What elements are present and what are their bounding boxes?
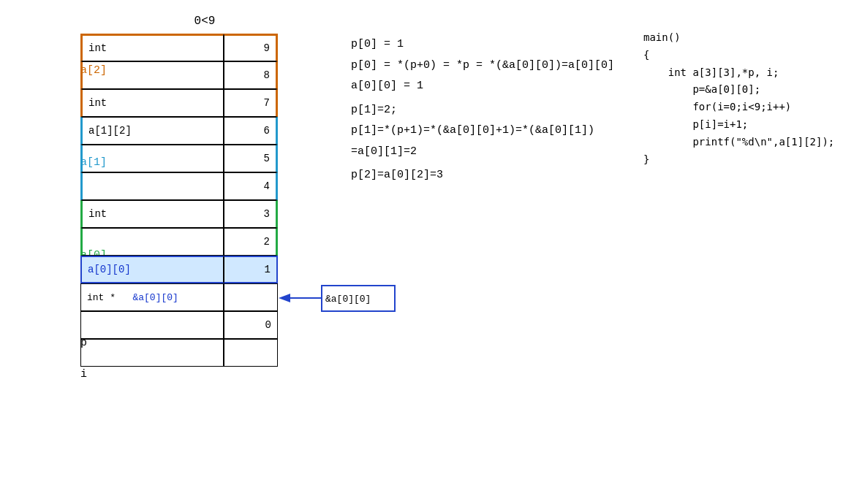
memory-section: 0<9 a[2] a[1] a[0] p i int 9 8 int: [15, 15, 322, 489]
cell-label: [80, 145, 224, 172]
cell-label: int: [80, 34, 224, 61]
table-row: int 3: [80, 200, 278, 228]
cell-label: [80, 61, 224, 89]
table-row-a00: a[0][0] 1: [80, 256, 278, 283]
code-section: main() { int a[3][3],*p, i; p=&a[0][0]; …: [629, 15, 847, 489]
side-label-i: i: [80, 368, 87, 381]
annotation-5: p[1]=*(p+1)=*(&a[0][0]+1)=*(&a[0][1]): [351, 123, 629, 140]
cell-value: 6: [224, 117, 278, 145]
memory-table: int 9 8 int 7 a[1][2] 6 5: [80, 34, 278, 367]
annotation-6: =a[0][1]=2: [351, 144, 629, 161]
cell-label: a[1][2]: [80, 117, 224, 145]
table-row: int 7: [80, 89, 278, 117]
cell-value-bottom: [224, 339, 278, 367]
cell-value: 5: [224, 145, 278, 172]
cell-value: 3: [224, 200, 278, 228]
condition-label: 0<9: [15, 15, 322, 28]
annotation-2: p[0] = *(p+0) = *p = *(&a[0][0])=a[0][0]: [351, 58, 629, 75]
cell-value-p: [224, 283, 278, 311]
annotation-1: p[0] = 1: [351, 37, 629, 53]
annotation-4: p[1]=2;: [351, 102, 629, 119]
annotation-3: a[0][0] = 1: [351, 78, 629, 95]
cell-label-bottom: [80, 339, 224, 367]
main-container: 0<9 a[2] a[1] a[0] p i int 9 8 int: [0, 0, 862, 504]
cell-label-i: [80, 311, 224, 339]
cell-label: int: [80, 200, 224, 228]
table-row-bottom: [80, 339, 278, 367]
cell-label: [80, 228, 224, 256]
annotations-section: p[0] = 1 p[0] = *(p+0) = *p = *(&a[0][0]…: [322, 15, 629, 489]
table-row-p: int * &a[0][0]: [80, 283, 278, 311]
cell-value: 9: [224, 34, 278, 61]
table-row-i: 0: [80, 311, 278, 339]
cell-value-i: 0: [224, 311, 278, 339]
table-row: 2: [80, 228, 278, 256]
annotation-7: p[2]=a[0][2]=3: [351, 167, 629, 184]
table-row: int 9: [80, 34, 278, 61]
pointer-sublabel: &a[0][0]: [132, 292, 178, 303]
table-row: 4: [80, 172, 278, 200]
cell-label-p: int * &a[0][0]: [80, 283, 224, 311]
cell-label: [80, 172, 224, 200]
memory-table-wrapper: a[2] a[1] a[0] p i int 9 8 int 7: [80, 34, 322, 367]
table-row: 8: [80, 61, 278, 89]
cell-value: 7: [224, 89, 278, 117]
cell-value-a00: 1: [224, 256, 278, 283]
table-row: 5: [80, 145, 278, 172]
table-row: a[1][2] 6: [80, 117, 278, 145]
cell-label: int: [80, 89, 224, 117]
cell-value: 8: [224, 61, 278, 89]
code-block: main() { int a[3][3],*p, i; p=&a[0][0]; …: [643, 29, 847, 168]
cell-label-a00: a[0][0]: [80, 256, 224, 283]
cell-value: 4: [224, 172, 278, 200]
cell-value: 2: [224, 228, 278, 256]
